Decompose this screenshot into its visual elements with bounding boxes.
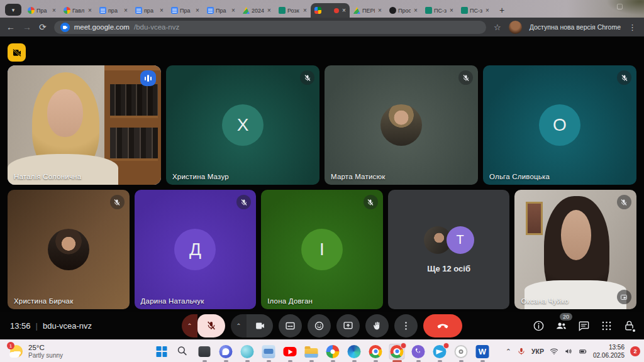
overflow-participants-tile[interactable]: Т Ще 12 осіб — [388, 190, 510, 309]
tray-overflow-chevron[interactable]: ⌃ — [506, 348, 511, 356]
tab-title: ПС-з — [434, 8, 447, 14]
tab-close-icon[interactable]: × — [484, 7, 491, 14]
tab-close-icon[interactable]: × — [158, 7, 165, 14]
new-tab-button[interactable]: + — [496, 4, 508, 16]
address-bar[interactable]: meet.google.com/bdu-vcea-nvz — [54, 21, 486, 34]
browser-tab[interactable]: пра × — [131, 3, 167, 18]
battery-icon[interactable] — [579, 347, 587, 356]
bookmark-icon[interactable]: ☆ — [494, 23, 501, 32]
tab-title: ПЕРЕ — [362, 8, 375, 14]
mic-mute-button[interactable] — [197, 314, 225, 337]
mic-off-icon — [458, 70, 473, 85]
browser-tab[interactable]: 2024 × — [239, 3, 275, 18]
participant-tile[interactable]: Х Христина Мазур — [166, 65, 319, 185]
meeting-info: 13:56 | bdu-vcea-nvz — [10, 321, 92, 331]
tab-close-icon[interactable]: × — [230, 7, 236, 14]
avatar — [380, 104, 422, 146]
participant-tile[interactable]: О Ольга Сливоцька — [483, 65, 636, 185]
avatar — [48, 229, 89, 270]
participant-tile[interactable]: Д Дарина Натальчук — [135, 190, 257, 309]
browser-tab[interactable]: Пра × — [203, 3, 239, 18]
taskbar-app-chrome-active[interactable] — [389, 344, 405, 359]
more-options-button[interactable] — [394, 314, 418, 337]
start-button[interactable] — [154, 344, 170, 359]
chat-button[interactable] — [578, 320, 590, 332]
browser-tab[interactable]: Гавл × — [60, 3, 96, 18]
browser-tab[interactable]: Прос × — [386, 3, 421, 18]
taskbar-app-chrome[interactable] — [368, 344, 384, 359]
taskbar-app-file-explorer[interactable] — [304, 344, 319, 359]
browser-tab[interactable]: пра × — [96, 3, 131, 18]
participant-tile[interactable]: Христина Бирчак — [8, 190, 130, 309]
tab-close-icon[interactable]: × — [302, 7, 308, 14]
browser-tab[interactable]: ПС-з × — [421, 3, 457, 18]
avatar: Д — [174, 229, 216, 270]
chrome-update-button[interactable]: Доступна нова версія Chrome — [530, 23, 621, 31]
browser-tab[interactable]: Пра × — [24, 3, 60, 18]
tab-close-icon[interactable]: × — [194, 7, 201, 14]
separator: | — [36, 321, 38, 331]
activities-button[interactable] — [601, 320, 613, 332]
browser-tab[interactable]: ПС-з × — [457, 3, 493, 18]
meeting-details-button[interactable] — [533, 320, 545, 332]
browser-tab[interactable]: × — [311, 3, 350, 18]
tab-close-icon[interactable]: × — [87, 7, 93, 14]
taskbar-app-mail[interactable] — [261, 344, 277, 359]
tab-close-icon[interactable]: × — [123, 7, 129, 14]
host-controls-button[interactable] — [623, 320, 635, 332]
participant-tile[interactable]: Марта Матисюк — [325, 65, 478, 185]
taskbar-app-edge-beta[interactable] — [240, 344, 255, 359]
taskbar-app-edge[interactable] — [347, 344, 362, 359]
taskbar-app-teams-chat[interactable] — [218, 344, 234, 359]
back-button[interactable]: ← — [6, 23, 15, 31]
reactions-button[interactable] — [308, 314, 331, 337]
mic-options-chevron[interactable]: ⌃ — [182, 314, 197, 337]
tab-close-icon[interactable]: × — [377, 7, 383, 14]
profile-avatar[interactable] — [509, 21, 522, 34]
participant-tile[interactable]: Наталія Солонична — [8, 65, 161, 185]
recording-dot — [334, 8, 339, 13]
mic-in-use-icon[interactable] — [517, 347, 526, 356]
browser-menu-icon[interactable]: ⋮ — [628, 23, 638, 32]
language-indicator[interactable]: УКР — [531, 348, 544, 355]
taskbar-app-word[interactable]: W — [475, 344, 491, 359]
camera-permission-icon[interactable] — [60, 23, 70, 32]
camera-options-chevron[interactable]: ⌃ — [231, 314, 247, 337]
clock[interactable]: 13:56 02.06.2025 — [593, 343, 625, 359]
tab-close-icon[interactable]: × — [51, 7, 57, 14]
tab-close-icon[interactable]: × — [341, 7, 347, 14]
taskbar-app-viber[interactable] — [411, 344, 426, 359]
camera-button[interactable] — [247, 314, 273, 337]
taskbar-app-camera-dial[interactable] — [453, 344, 469, 359]
browser-tab[interactable]: Пра × — [167, 3, 203, 18]
taskbar-app-youtube[interactable] — [282, 344, 298, 359]
tab-close-icon[interactable]: × — [448, 7, 455, 14]
browser-tab[interactable]: ПЕРЕ × — [350, 3, 386, 18]
tab-close-icon[interactable]: × — [413, 7, 419, 14]
tab-close-icon[interactable]: × — [266, 7, 272, 14]
search-button[interactable] — [175, 344, 191, 359]
host-controls-badge — [631, 328, 636, 333]
taskbar-app-google-photos[interactable] — [325, 344, 341, 359]
video-grid-row-2: Христина Бирчак Д Дарина Натальчук І Іло… — [8, 190, 636, 309]
volume-icon[interactable] — [564, 347, 573, 356]
camera-off-alert[interactable] — [8, 43, 26, 62]
taskbar-app-dark-window[interactable] — [197, 344, 213, 359]
reload-button[interactable]: ⟳ — [39, 23, 47, 31]
participant-tile[interactable]: І Ілона Довган — [261, 190, 383, 309]
people-button[interactable]: 20 — [555, 320, 567, 332]
participant-tile-self[interactable]: Оксана Чуйко — [514, 190, 636, 309]
end-call-button[interactable] — [423, 314, 462, 337]
weather-badge: 1 — [7, 342, 14, 349]
forward-button[interactable]: → — [23, 23, 31, 31]
notification-count-badge[interactable]: 2 — [630, 346, 640, 356]
captions-button[interactable] — [279, 314, 302, 337]
weather-widget[interactable]: 1 25°C Partly sunny — [5, 340, 67, 362]
tab-search-button[interactable]: ▾ — [5, 4, 21, 16]
picture-in-picture-icon[interactable] — [617, 290, 631, 304]
browser-tab[interactable]: Розк × — [275, 3, 311, 18]
wifi-icon[interactable] — [550, 347, 558, 356]
taskbar-app-telegram[interactable] — [432, 344, 448, 359]
present-screen-button[interactable] — [336, 314, 360, 337]
raise-hand-button[interactable] — [365, 314, 389, 337]
